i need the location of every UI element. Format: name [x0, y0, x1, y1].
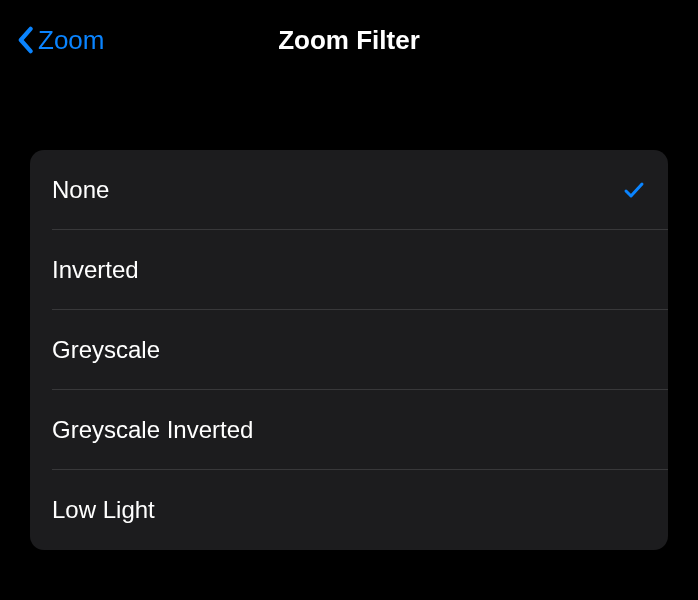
filter-option-greyscale-inverted[interactable]: Greyscale Inverted: [30, 390, 668, 470]
filter-options-group: None Inverted Greyscale Greyscale Invert…: [30, 150, 668, 550]
checkmark-icon: [622, 178, 646, 202]
content: None Inverted Greyscale Greyscale Invert…: [0, 80, 698, 550]
page-title: Zoom Filter: [278, 25, 420, 56]
chevron-left-icon: [16, 26, 34, 54]
option-label: Inverted: [52, 256, 139, 284]
option-label: None: [52, 176, 109, 204]
back-button[interactable]: Zoom: [16, 25, 104, 56]
navigation-header: Zoom Zoom Filter: [0, 0, 698, 80]
filter-option-inverted[interactable]: Inverted: [30, 230, 668, 310]
filter-option-greyscale[interactable]: Greyscale: [30, 310, 668, 390]
option-label: Low Light: [52, 496, 155, 524]
back-label: Zoom: [38, 25, 104, 56]
option-label: Greyscale: [52, 336, 160, 364]
filter-option-low-light[interactable]: Low Light: [30, 470, 668, 550]
option-label: Greyscale Inverted: [52, 416, 253, 444]
filter-option-none[interactable]: None: [30, 150, 668, 230]
